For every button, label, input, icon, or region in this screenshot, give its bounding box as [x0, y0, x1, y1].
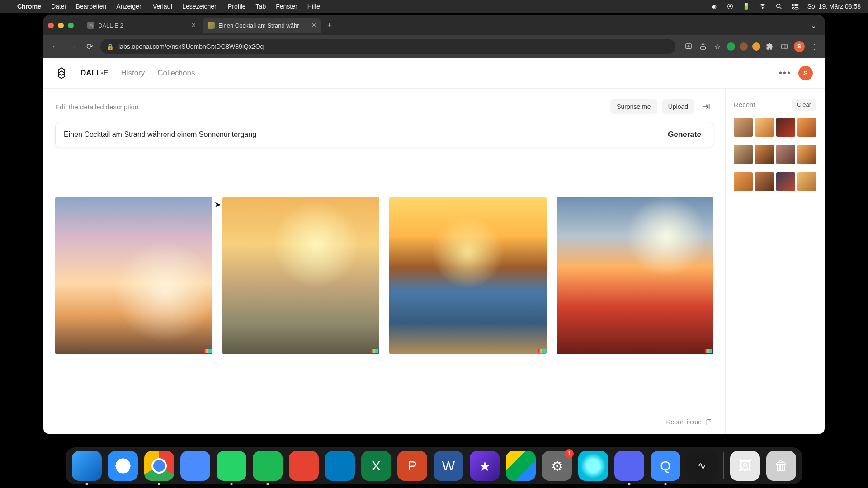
surprise-me-button[interactable]: Surprise me [610, 99, 657, 114]
result-image-3[interactable] [389, 197, 547, 354]
recent-thumb[interactable] [776, 145, 795, 164]
dock-discord-icon[interactable] [614, 451, 644, 481]
nav-collections[interactable]: Collections [157, 69, 195, 78]
tab-current[interactable]: Einen Cocktail am Strand währ × [203, 18, 321, 33]
app-header: DALL·E History Collections ••• S [43, 58, 825, 89]
extension-brown-icon[interactable] [740, 42, 748, 51]
recent-thumb[interactable] [734, 118, 753, 137]
dalle-watermark-icon [538, 349, 546, 353]
tab-dalle2[interactable]: ❊ DALL·E 2 × [83, 18, 200, 33]
recent-thumb[interactable] [797, 172, 816, 191]
sidepanel-icon[interactable] [779, 42, 789, 52]
menu-tab[interactable]: Tab [256, 3, 266, 10]
recent-row-3 [734, 172, 816, 191]
dalle-watermark-icon [371, 349, 378, 353]
dock-excel-icon[interactable]: X [361, 451, 391, 481]
menu-verlauf[interactable]: Verlauf [153, 3, 173, 10]
recent-thumb[interactable] [797, 145, 816, 164]
wifi-icon[interactable] [759, 2, 767, 10]
menu-fenster[interactable]: Fenster [276, 3, 297, 10]
extension-orange-icon[interactable] [752, 42, 760, 51]
dock-app-cyan-icon[interactable] [578, 451, 608, 481]
recent-thumb[interactable] [734, 172, 753, 191]
collapse-panel-icon[interactable] [699, 99, 713, 114]
tabs-expand-icon[interactable]: ⌄ [807, 19, 820, 32]
menu-bearbeiten[interactable]: Bearbeiten [76, 3, 107, 10]
dock-spotify-icon[interactable] [253, 451, 283, 481]
prompt-input-row: Generate [55, 122, 713, 147]
menu-hilfe[interactable]: Hilfe [307, 3, 320, 10]
screen-icon[interactable]: ⦿ [726, 2, 734, 10]
dock-preview-icon[interactable]: 🖼 [730, 451, 760, 481]
minimize-window-button[interactable] [58, 23, 64, 28]
nav-history[interactable]: History [121, 69, 145, 78]
clear-button[interactable]: Clear [792, 99, 816, 111]
record-icon[interactable]: ◉ [710, 2, 718, 10]
dock-word-icon[interactable]: W [434, 451, 463, 481]
generate-button[interactable]: Generate [656, 122, 713, 147]
recent-thumb[interactable] [755, 145, 774, 164]
dock-imovie-icon[interactable]: ★ [470, 451, 500, 481]
recent-thumb[interactable] [755, 118, 774, 137]
menu-lesezeichen[interactable]: Lesezeichen [182, 3, 218, 10]
upload-button[interactable]: Upload [662, 99, 694, 114]
nav-dalle[interactable]: DALL·E [80, 69, 108, 78]
dock-googledrive-icon[interactable] [506, 451, 536, 481]
profile-avatar[interactable]: S [794, 41, 805, 52]
user-avatar[interactable]: S [798, 66, 813, 80]
openai-logo-icon[interactable] [55, 67, 68, 80]
dock-settings-icon[interactable]: ⚙1 [542, 451, 572, 481]
dock-safari-icon[interactable] [108, 451, 138, 481]
install-app-icon[interactable] [684, 42, 693, 52]
openai-favicon-icon: ❊ [87, 22, 94, 29]
menu-datei[interactable]: Datei [51, 3, 66, 10]
window-controls [48, 23, 74, 28]
result-image-2[interactable] [222, 197, 380, 354]
chrome-menu-icon[interactable]: ⋮ [809, 42, 819, 52]
recent-thumb[interactable] [734, 145, 753, 164]
address-bar[interactable]: 🔒 labs.openai.com/e/nsxSUqmbnGrxDG8W39iQ… [100, 39, 675, 54]
bookmark-star-icon[interactable]: ☆ [712, 42, 722, 52]
share-icon[interactable] [698, 42, 708, 52]
recent-row-2 [734, 145, 816, 164]
extension-shield-icon[interactable] [727, 42, 735, 51]
recent-thumb[interactable] [776, 172, 795, 191]
dock-trash-icon[interactable]: 🗑 [766, 451, 796, 481]
result-image-1[interactable] [55, 197, 212, 354]
recent-thumb[interactable] [776, 118, 795, 137]
dock-trello-icon[interactable] [325, 451, 355, 481]
tab-close-icon[interactable]: × [312, 22, 316, 29]
recent-thumb[interactable] [755, 172, 774, 191]
prompt-input[interactable] [56, 122, 656, 147]
dock-powerpoint-icon[interactable]: P [397, 451, 427, 481]
dock-chrome-icon[interactable] [144, 451, 174, 481]
battery-icon[interactable]: 🔋 [742, 2, 750, 10]
dock-quicktime-icon[interactable]: Q [651, 451, 680, 481]
macos-menubar: Chrome Datei Bearbeiten Anzeigen Verlauf… [0, 0, 868, 13]
dock-finder-icon[interactable] [72, 451, 102, 481]
forward-button[interactable]: → [66, 40, 79, 53]
close-window-button[interactable] [48, 23, 54, 28]
menu-anzeigen[interactable]: Anzeigen [116, 3, 142, 10]
control-center-icon[interactable] [791, 2, 799, 10]
svg-point-5 [792, 7, 794, 9]
menubar-clock[interactable]: So. 19. März 08:58 [807, 3, 861, 10]
reload-button[interactable]: ⟳ [83, 40, 96, 53]
svg-rect-8 [782, 44, 787, 49]
header-more-icon[interactable]: ••• [779, 68, 791, 78]
menu-profile[interactable]: Profile [228, 3, 246, 10]
back-button[interactable]: ← [49, 40, 61, 53]
result-image-4[interactable] [557, 197, 714, 354]
report-issue-link[interactable]: Report issue [666, 418, 712, 426]
app-name[interactable]: Chrome [17, 3, 41, 10]
search-icon[interactable] [775, 2, 783, 10]
dock-whatsapp-icon[interactable] [217, 451, 246, 481]
tab-close-icon[interactable]: × [192, 22, 196, 29]
fullscreen-window-button[interactable] [68, 23, 74, 28]
extensions-puzzle-icon[interactable] [765, 42, 775, 52]
dock-zoom-icon[interactable] [180, 451, 210, 481]
new-tab-button[interactable]: + [323, 19, 336, 32]
recent-thumb[interactable] [797, 118, 816, 137]
dock-todoist-icon[interactable] [289, 451, 319, 481]
dock-voicememos-icon[interactable]: ∿ [687, 451, 717, 481]
